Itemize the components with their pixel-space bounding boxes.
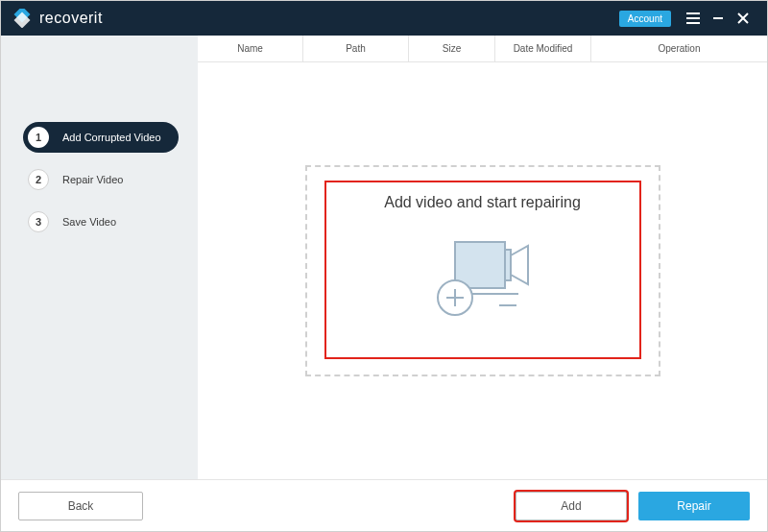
recoverit-logo-icon bbox=[12, 9, 32, 28]
column-path[interactable]: Path bbox=[303, 36, 409, 61]
main-area: 1 Add Corrupted Video 2 Repair Video 3 S… bbox=[1, 36, 767, 479]
column-operation[interactable]: Operation bbox=[591, 36, 767, 61]
column-size[interactable]: Size bbox=[409, 36, 495, 61]
account-button[interactable]: Account bbox=[619, 11, 671, 27]
table-header: Name Path Size Date Modified Operation bbox=[198, 36, 767, 62]
brand-logo: recoverit bbox=[12, 9, 103, 28]
sidebar: 1 Add Corrupted Video 2 Repair Video 3 S… bbox=[1, 36, 198, 479]
step-label: Add Corrupted Video bbox=[62, 132, 161, 143]
sidebar-step-repair-video[interactable]: 2 Repair Video bbox=[28, 164, 179, 195]
drop-zone[interactable]: Add video and start repairing bbox=[305, 165, 660, 376]
titlebar: recoverit Account bbox=[1, 1, 767, 36]
add-video-illustration-icon bbox=[420, 229, 545, 325]
sidebar-step-add-video[interactable]: 1 Add Corrupted Video bbox=[23, 122, 179, 153]
column-name[interactable]: Name bbox=[198, 36, 303, 61]
app-window: recoverit Account 1 Add Corrupted Video … bbox=[0, 0, 768, 532]
sidebar-step-save-video[interactable]: 3 Save Video bbox=[28, 206, 179, 237]
footer: Back Add Repair bbox=[1, 479, 767, 531]
svg-marker-10 bbox=[511, 246, 528, 284]
brand-text: recoverit bbox=[39, 10, 103, 27]
close-icon[interactable] bbox=[731, 1, 756, 36]
column-date-modified[interactable]: Date Modified bbox=[495, 36, 591, 61]
step-number: 3 bbox=[28, 211, 49, 232]
add-button[interactable]: Add bbox=[516, 492, 627, 520]
content-area: Name Path Size Date Modified Operation A… bbox=[198, 36, 767, 479]
step-number: 2 bbox=[28, 169, 49, 190]
drop-area: Add video and start repairing bbox=[198, 62, 767, 479]
drop-title: Add video and start repairing bbox=[384, 194, 581, 211]
repair-button[interactable]: Repair bbox=[638, 492, 750, 520]
step-label: Save Video bbox=[62, 216, 116, 228]
back-button[interactable]: Back bbox=[18, 492, 143, 520]
step-number: 1 bbox=[28, 127, 49, 148]
menu-icon[interactable] bbox=[681, 1, 706, 36]
minimize-icon[interactable] bbox=[706, 1, 731, 36]
step-label: Repair Video bbox=[62, 174, 123, 185]
